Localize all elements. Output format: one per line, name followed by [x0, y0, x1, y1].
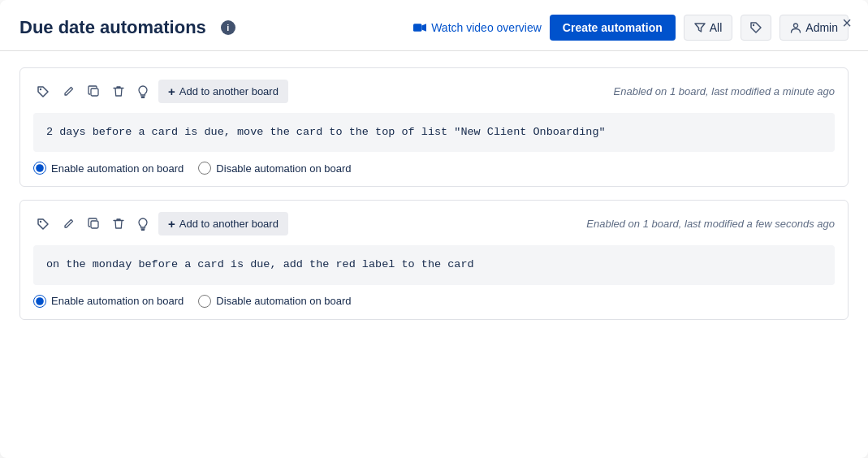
header-actions: Watch video overview Create automation A… [413, 15, 849, 41]
svg-point-4 [40, 88, 41, 89]
edit-button-2[interactable] [59, 214, 78, 233]
info-icon[interactable]: i [221, 20, 235, 35]
svg-rect-7 [91, 221, 98, 228]
automation-card: + Add to another board Enabled on 1 boar… [19, 67, 849, 187]
enable-radio-label-2[interactable]: Enable automation on board [33, 295, 184, 308]
enable-radio-2[interactable] [33, 295, 46, 308]
svg-point-3 [794, 24, 798, 28]
add-to-board-button-1[interactable]: + Add to another board [158, 80, 288, 103]
modal-body: + Add to another board Enabled on 1 boar… [0, 51, 868, 336]
edit-icon-1 [63, 85, 75, 97]
disable-label-2: Disable automation on board [216, 295, 351, 307]
camera-icon [413, 21, 426, 34]
bulb-button-1[interactable] [134, 82, 152, 102]
watch-video-label: Watch video overview [431, 21, 542, 34]
tag-button-2[interactable] [33, 214, 53, 234]
delete-icon-1 [113, 85, 124, 97]
automation-footer-2: Enable automation on board Disable autom… [33, 295, 835, 308]
svg-rect-0 [413, 24, 421, 32]
add-board-label-2: Add to another board [179, 218, 279, 230]
add-board-label-1: Add to another board [179, 85, 279, 97]
filter-icon [694, 22, 706, 33]
admin-label: Admin [805, 21, 838, 34]
modal-container: Due date automations i Watch video overv… [0, 0, 868, 458]
svg-rect-5 [91, 89, 98, 96]
filter-label: All [710, 21, 723, 34]
user-icon [790, 22, 801, 33]
filter-button[interactable]: All [684, 15, 733, 41]
card-status-1: Enabled on 1 board, last modified a minu… [614, 85, 835, 97]
admin-button[interactable]: Admin [779, 15, 849, 41]
edit-icon-2 [63, 218, 75, 230]
automation-rule-2: on the monday before a card is due, add … [33, 245, 835, 284]
modal-header: Due date automations i Watch video overv… [0, 0, 868, 51]
add-to-board-button-2[interactable]: + Add to another board [158, 212, 288, 235]
tag-button-1[interactable] [33, 82, 53, 102]
automation-card-header-2: + Add to another board Enabled on 1 boar… [33, 212, 835, 235]
copy-icon-1 [88, 85, 100, 97]
enable-radio-label-1[interactable]: Enable automation on board [33, 162, 184, 175]
modal-title: Due date automations [19, 17, 206, 38]
svg-point-6 [40, 221, 41, 223]
bulb-icon-1 [137, 85, 149, 98]
close-button[interactable]: × [839, 11, 855, 34]
disable-radio-1[interactable] [198, 162, 211, 175]
disable-radio-label-2[interactable]: Disable automation on board [198, 295, 351, 308]
copy-icon-2 [88, 218, 100, 230]
card-status-2: Enabled on 1 board, last modified a few … [586, 218, 835, 230]
tag-icon-2 [37, 218, 50, 231]
watch-video-link[interactable]: Watch video overview [413, 21, 542, 34]
copy-button-2[interactable] [84, 214, 103, 233]
automation-footer-1: Enable automation on board Disable autom… [33, 162, 835, 175]
enable-radio-1[interactable] [33, 162, 46, 175]
delete-button-2[interactable] [110, 214, 127, 233]
tag-filter-button[interactable] [741, 15, 771, 41]
automation-card-2: + Add to another board Enabled on 1 boar… [19, 200, 849, 319]
plus-icon-2: + [168, 217, 175, 231]
svg-point-2 [753, 24, 754, 26]
tag-icon [749, 21, 762, 34]
copy-button-1[interactable] [84, 82, 103, 101]
bulb-icon-2 [137, 218, 149, 231]
automation-card-header: + Add to another board Enabled on 1 boar… [33, 80, 835, 103]
plus-icon-1: + [168, 84, 175, 98]
svg-marker-1 [422, 24, 427, 32]
disable-radio-2[interactable] [198, 295, 211, 308]
enable-label-2: Enable automation on board [51, 295, 184, 307]
disable-label-1: Disable automation on board [216, 162, 351, 175]
delete-icon-2 [113, 218, 124, 230]
disable-radio-label-1[interactable]: Disable automation on board [198, 162, 351, 175]
automation-rule-1: 2 days before a card is due, move the ca… [33, 113, 835, 152]
enable-label-1: Enable automation on board [51, 162, 184, 175]
create-automation-button[interactable]: Create automation [550, 15, 676, 41]
bulb-button-2[interactable] [134, 214, 152, 234]
edit-button-1[interactable] [59, 82, 78, 101]
delete-button-1[interactable] [110, 82, 127, 101]
tag-icon-1 [37, 85, 50, 98]
